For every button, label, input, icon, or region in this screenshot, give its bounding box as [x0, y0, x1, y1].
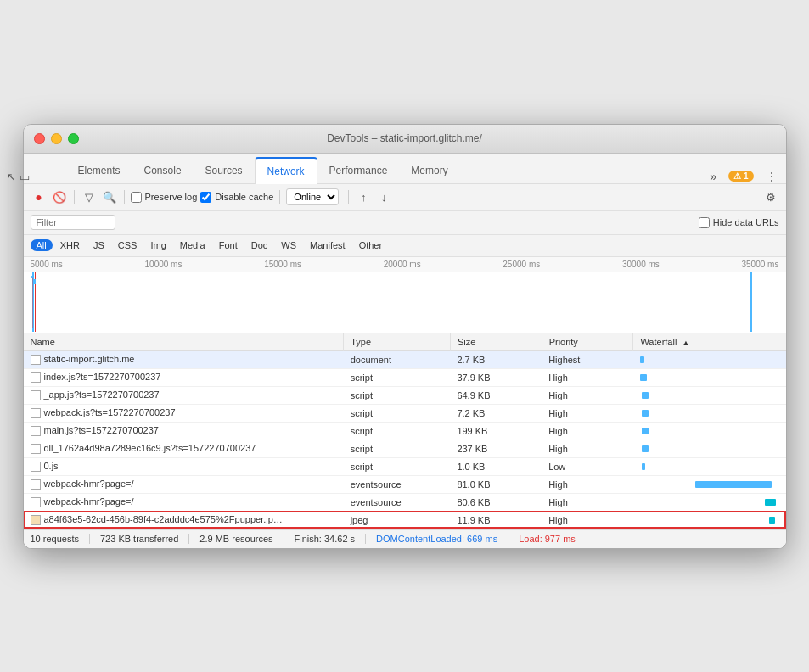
col-header-name[interactable]: Name [24, 333, 344, 351]
ruler-mark-5: 25000 ms [503, 260, 540, 269]
toolbar-separator-3 [279, 190, 280, 204]
file-name: main.js?ts=1572270700237 [44, 425, 159, 435]
waterfall-bar [769, 517, 775, 524]
cell-size: 80.6 KB [450, 493, 542, 511]
waterfall-bar-container [640, 496, 779, 508]
file-name: webpack.js?ts=1572270700237 [44, 407, 176, 417]
status-transferred: 723 KB transferred [100, 534, 178, 544]
tab-performance[interactable]: Performance [317, 158, 400, 183]
file-name: dll_1762a4d98a7289ec16c9.js?ts=157227070… [44, 443, 256, 453]
cell-type: eventsource [344, 493, 451, 511]
cell-waterfall [633, 386, 786, 404]
file-icon [31, 372, 41, 383]
cell-name: webpack.js?ts=1572270700237 [24, 404, 344, 422]
type-btn-css[interactable]: CSS [112, 239, 143, 251]
cell-waterfall [633, 422, 786, 440]
cell-size: 37.9 KB [450, 368, 542, 386]
table-row[interactable]: _app.js?ts=1572270700237script64.9 KBHig… [24, 386, 786, 404]
close-button[interactable] [34, 133, 45, 144]
cell-waterfall [633, 368, 786, 386]
cell-name: dll_1762a4d98a7289ec16c9.js?ts=157227070… [24, 440, 344, 457]
status-finish: Finish: 34.62 s [295, 534, 356, 544]
toolbar-separator-2 [124, 190, 125, 204]
status-sep-4 [365, 534, 366, 544]
cell-waterfall [633, 350, 786, 368]
clear-button[interactable]: 🚫 [51, 188, 68, 205]
cell-type: script [344, 404, 451, 422]
table-row[interactable]: main.js?ts=1572270700237script199 KBHigh [24, 422, 786, 440]
col-header-priority[interactable]: Priority [542, 333, 633, 351]
hide-data-urls-checkbox[interactable] [699, 217, 710, 228]
preserve-log-checkbox[interactable] [131, 192, 142, 203]
hide-data-urls-label[interactable]: Hide data URLs [699, 217, 779, 228]
table-row[interactable]: index.js?ts=1572270700237script37.9 KBHi… [24, 368, 786, 386]
table-row[interactable]: static-import.glitch.medocument2.7 KBHig… [24, 350, 786, 368]
waterfall-bar-container [640, 389, 779, 401]
waterfall-bar-container [640, 354, 779, 366]
type-btn-other[interactable]: Other [353, 239, 389, 251]
minimize-button[interactable] [51, 133, 62, 144]
maximize-button[interactable] [68, 133, 79, 144]
record-button[interactable]: ● [31, 188, 48, 205]
waterfall-bar-container [640, 407, 779, 419]
type-btn-all[interactable]: All [31, 239, 53, 251]
search-button[interactable]: 🔍 [101, 188, 118, 205]
table-row[interactable]: dll_1762a4d98a7289ec16c9.js?ts=157227070… [24, 440, 786, 457]
type-btn-xhr[interactable]: XHR [54, 239, 86, 251]
file-name: _app.js?ts=1572270700237 [44, 389, 160, 400]
ruler-mark-6: 30000 ms [622, 260, 660, 269]
file-icon [31, 497, 41, 507]
col-header-type[interactable]: Type [344, 333, 451, 351]
disable-cache-checkbox[interactable] [200, 192, 211, 203]
download-button[interactable]: ↓ [375, 188, 392, 205]
cell-size: 11.9 KB [450, 511, 542, 529]
cell-priority: High [542, 475, 633, 493]
filter-button[interactable]: ▽ [81, 188, 98, 205]
type-btn-media[interactable]: Media [174, 239, 211, 251]
tab-console[interactable]: Console [132, 158, 194, 183]
tab-memory[interactable]: Memory [399, 158, 459, 183]
devtools-window: DevTools – static-import.glitch.me/ ↖ ▭ … [23, 124, 787, 549]
tab-elements[interactable]: Elements [66, 158, 132, 183]
tab-network[interactable]: Network [255, 157, 317, 184]
disable-cache-label[interactable]: Disable cache [200, 192, 273, 203]
cell-name: a84f63e5-62cd-456b-89f4-c2adddc4e575%2Fp… [24, 511, 344, 529]
table-row[interactable]: webpack-hmr?page=/eventsource80.6 KBHigh [24, 493, 786, 511]
table-row[interactable]: 0.jsscript1.0 KBLow [24, 457, 786, 475]
more-tabs-button[interactable]: » [705, 170, 722, 183]
cell-priority: High [542, 511, 633, 529]
table-row[interactable]: webpack.js?ts=1572270700237script7.2 KBH… [24, 404, 786, 422]
table-row[interactable]: webpack-hmr?page=/eventsource81.0 KBHigh [24, 475, 786, 493]
tab-sources[interactable]: Sources [194, 158, 255, 183]
file-icon [31, 355, 41, 365]
file-icon [31, 408, 41, 418]
type-btn-js[interactable]: JS [87, 239, 110, 251]
type-btn-ws[interactable]: WS [275, 239, 302, 251]
type-btn-img[interactable]: Img [144, 239, 171, 251]
network-throttle-select[interactable]: Online [286, 188, 339, 205]
type-btn-doc[interactable]: Doc [245, 239, 274, 251]
cell-waterfall [633, 493, 786, 511]
cell-type: eventsource [344, 475, 451, 493]
device-icon[interactable]: ▭ [23, 171, 31, 183]
status-requests: 10 requests [31, 534, 79, 544]
waterfall-bar-container [640, 372, 779, 384]
sort-arrow-icon: ▲ [682, 339, 689, 347]
table-row[interactable]: a84f63e5-62cd-456b-89f4-c2adddc4e575%2Fp… [24, 511, 786, 529]
waterfall-bar [695, 481, 772, 488]
col-header-size[interactable]: Size [450, 333, 542, 351]
menu-button[interactable]: ⋮ [761, 170, 783, 183]
filter-input[interactable] [31, 215, 115, 230]
cell-name: webpack-hmr?page=/ [24, 475, 344, 493]
disable-cache-text: Disable cache [215, 192, 273, 202]
cell-name: index.js?ts=1572270700237 [24, 368, 344, 386]
type-btn-font[interactable]: Font [213, 239, 244, 251]
upload-button[interactable]: ↑ [355, 188, 372, 205]
col-header-waterfall[interactable]: Waterfall ▲ [633, 333, 786, 351]
type-btn-manifest[interactable]: Manifest [304, 239, 351, 251]
devtools-body: ↖ ▭ Elements Console Sources Network Per… [24, 154, 786, 548]
ruler-mark-3: 15000 ms [264, 260, 301, 269]
timeline-content [24, 272, 786, 332]
preserve-log-label[interactable]: Preserve log [131, 192, 198, 203]
settings-button[interactable]: ⚙ [762, 188, 779, 205]
